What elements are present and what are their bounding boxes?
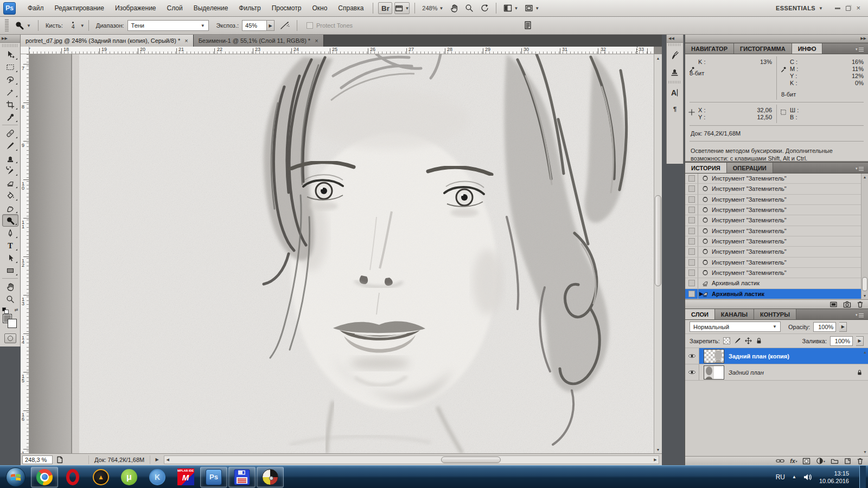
tool-healing-brush[interactable]	[2, 127, 18, 139]
history-source-well[interactable]	[685, 236, 698, 246]
airbrush-toggle[interactable]	[280, 21, 290, 30]
history-item[interactable]: Инструмент "Затемнитель"	[685, 236, 868, 247]
toggle-panel-button[interactable]	[524, 21, 532, 30]
tool-clone-stamp[interactable]	[2, 152, 18, 164]
tool-shape[interactable]	[2, 264, 18, 277]
background-color-swatch[interactable]	[8, 319, 17, 328]
quick-mask-button[interactable]	[4, 333, 16, 343]
status-zoom-field[interactable]: 248,3 %	[22, 455, 53, 464]
history-scroll-thumb[interactable]	[862, 277, 867, 291]
default-colors-icon[interactable]	[2, 307, 6, 311]
lock-position-icon[interactable]	[745, 337, 752, 344]
link-layers-button[interactable]	[776, 458, 784, 464]
workspace-switcher[interactable]: ESSENTIALS▼	[776, 5, 823, 11]
menu-filter[interactable]: Фильтр	[233, 0, 266, 16]
paragraph-panel-icon[interactable]: ¶	[668, 102, 682, 116]
bridge-button[interactable]: Br	[378, 2, 392, 14]
history-source-well[interactable]	[685, 258, 698, 267]
tool-lasso[interactable]	[2, 73, 18, 86]
close-tab-icon[interactable]: ×	[184, 37, 188, 44]
layer-style-button[interactable]: fx▾	[790, 458, 797, 464]
tool-dodge[interactable]	[2, 214, 18, 227]
adjustment-layer-button[interactable]: ▾	[816, 457, 825, 465]
history-source-well[interactable]	[685, 174, 698, 183]
horizontal-scrollbar[interactable]: ◀ ▶	[164, 455, 659, 464]
history-item[interactable]: Инструмент "Затемнитель"	[685, 226, 868, 236]
blend-mode-select[interactable]: Нормальный▼	[690, 322, 781, 332]
taskbar-utorrent[interactable]: μ	[116, 467, 143, 487]
history-item[interactable]: Архивный ластик	[685, 278, 868, 288]
tool-brush[interactable]	[2, 139, 18, 152]
history-item[interactable]: Инструмент "Затемнитель"	[685, 268, 868, 278]
character-panel-icon[interactable]: A	[668, 86, 682, 100]
clone-source-panel-icon[interactable]	[668, 65, 682, 79]
layer-visibility-toggle[interactable]	[685, 348, 699, 364]
swap-colors-icon[interactable]: ⇄	[15, 307, 18, 312]
opacity-slider-button[interactable]: ▶	[839, 322, 847, 332]
layer-thumbnail[interactable]	[704, 365, 724, 380]
new-snapshot-button[interactable]	[843, 301, 851, 308]
dock-collapse-button[interactable]: ▶▶	[685, 35, 868, 43]
zoom-tool-shortcut[interactable]	[465, 4, 474, 12]
view-extras-button[interactable]: ▼	[394, 2, 410, 14]
status-popup-button[interactable]: ▶	[154, 455, 161, 464]
menu-select[interactable]: Выделение	[188, 0, 234, 16]
history-source-well[interactable]	[685, 215, 698, 225]
scroll-up-icon[interactable]: ▲	[863, 350, 867, 354]
scroll-down-icon[interactable]: ▼	[863, 450, 867, 454]
fill-field[interactable]: 100%	[830, 336, 853, 346]
close-button[interactable]: ×	[856, 5, 860, 11]
new-layer-button[interactable]	[844, 458, 851, 465]
scroll-down-icon[interactable]: ▼	[861, 292, 868, 299]
lock-all-icon[interactable]	[756, 337, 762, 344]
strip-expand-button[interactable]: ◀◀	[667, 35, 683, 43]
new-document-from-state-button[interactable]	[829, 301, 838, 308]
lock-transparency-icon[interactable]	[723, 337, 730, 344]
layer-thumbnail[interactable]	[704, 349, 724, 363]
brush-preset-picker[interactable]: 4	[66, 22, 80, 29]
menu-image[interactable]: Изображение	[110, 0, 162, 16]
start-button[interactable]	[4, 467, 27, 487]
history-scrollbar[interactable]: ▲ ▼	[861, 174, 868, 299]
panel-menu-icon[interactable]: ▾	[856, 312, 865, 318]
tool-pen[interactable]	[2, 227, 18, 239]
tab-actions[interactable]: ОПЕРАЦИИ	[727, 163, 773, 173]
tool-quick-selection[interactable]	[2, 86, 18, 98]
scroll-right-icon[interactable]: ▶	[652, 456, 659, 464]
portrait-image[interactable]	[29, 54, 654, 453]
tab-history[interactable]: ИСТОРИЯ	[685, 163, 727, 173]
tools-drag-grip[interactable]	[2, 44, 18, 47]
show-desktop-button[interactable]	[859, 466, 866, 488]
scroll-left-icon[interactable]: ◀	[164, 456, 171, 464]
menu-layer[interactable]: Слой	[162, 0, 188, 16]
history-source-well[interactable]	[685, 278, 698, 288]
taskbar-floppy-app[interactable]	[228, 467, 256, 487]
menu-file[interactable]: Файл	[22, 0, 49, 16]
tab-info[interactable]: ИНФО	[792, 43, 823, 54]
tab-histogram[interactable]: ГИСТОГРАММА	[734, 43, 792, 54]
range-select[interactable]: Тени▼	[127, 20, 209, 31]
tool-smudge[interactable]	[2, 202, 18, 214]
menu-edit[interactable]: Редактирование	[49, 0, 110, 16]
taskbar-chrome[interactable]	[31, 467, 58, 487]
tool-zoom[interactable]	[2, 293, 18, 305]
tool-eyedropper[interactable]	[2, 111, 18, 123]
tool-path-selection[interactable]	[2, 252, 18, 264]
canvas-area[interactable]	[29, 54, 654, 453]
tool-rectangular-marquee[interactable]	[2, 61, 18, 73]
protect-tones-checkbox[interactable]: Protect Tones	[307, 22, 353, 29]
close-tab-icon[interactable]: ×	[315, 37, 318, 44]
scroll-down-icon[interactable]: ▼	[654, 446, 662, 453]
new-group-button[interactable]	[831, 458, 839, 464]
layer-visibility-toggle[interactable]	[685, 364, 699, 380]
history-source-well[interactable]	[685, 268, 698, 278]
taskbar-daemon-tools[interactable]: ▲	[87, 467, 114, 487]
history-source-well[interactable]	[685, 226, 698, 236]
minimize-button[interactable]	[835, 8, 840, 9]
panel-menu-icon[interactable]: ▾	[856, 165, 865, 172]
taskbar-photoshop[interactable]: Ps	[200, 467, 227, 487]
status-page-icon[interactable]	[56, 456, 63, 464]
history-source-well[interactable]	[685, 195, 698, 204]
layer-row[interactable]: Задний план	[685, 364, 868, 381]
tool-move[interactable]	[2, 48, 18, 61]
